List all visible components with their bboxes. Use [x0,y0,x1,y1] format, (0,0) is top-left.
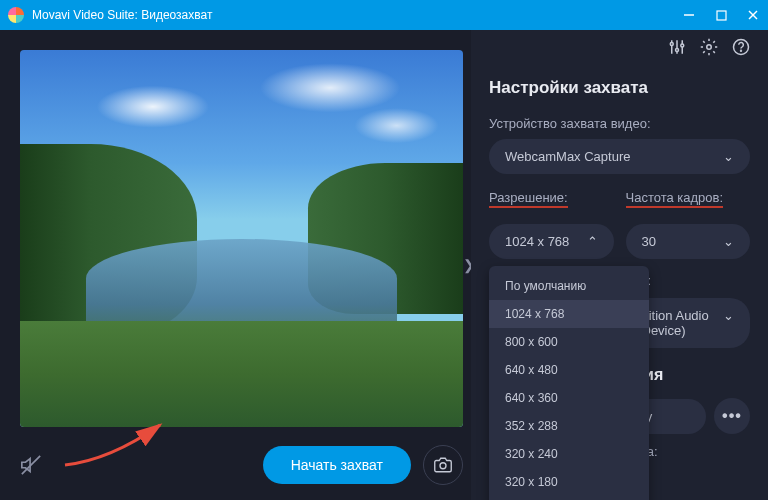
app-icon [8,7,24,23]
video-preview [20,50,463,427]
svg-point-9 [670,43,673,46]
device-select[interactable]: WebcamMax Capture ⌄ [489,139,750,174]
resolution-option[interactable]: По умолчанию [489,272,649,300]
help-icon[interactable] [732,38,750,56]
fps-label: Частота кадров: [626,190,724,208]
snapshot-button[interactable] [423,445,463,485]
svg-point-12 [707,45,712,50]
browse-button[interactable]: ••• [714,398,750,434]
resolution-option[interactable]: 800 x 600 [489,328,649,356]
titlebar: Movavi Video Suite: Видеозахват [0,0,768,30]
preview-area: ❯ Начать захват [0,30,471,500]
settings-panel: Настройки захвата Устройство захвата вид… [471,30,768,500]
svg-point-10 [676,49,679,52]
resolution-option[interactable]: 176 x 114 [489,496,649,500]
resolution-value: 1024 x 768 [505,234,569,249]
svg-line-4 [22,456,40,474]
resolution-select[interactable]: 1024 x 768 ⌃ [489,224,614,259]
device-label: Устройство захвата видео: [489,116,750,131]
svg-rect-1 [717,11,726,20]
resolution-option[interactable]: 320 x 180 [489,468,649,496]
chevron-up-icon: ⌃ [587,234,598,249]
resolution-option[interactable]: 320 x 240 [489,440,649,468]
chevron-down-icon: ⌄ [723,149,734,164]
resolution-option[interactable]: 640 x 480 [489,356,649,384]
mute-icon[interactable] [20,454,42,476]
settings-title: Настройки захвата [489,78,750,98]
resolution-option[interactable]: 640 x 360 [489,384,649,412]
resolution-option[interactable]: 1024 x 768 [489,300,649,328]
chevron-down-icon: ⌄ [723,234,734,249]
resolution-label: Разрешение: [489,190,568,208]
svg-point-11 [681,44,684,47]
fps-value: 30 [642,234,656,249]
start-capture-button[interactable]: Начать захват [263,446,411,484]
chevron-down-icon: ⌄ [723,308,734,338]
equalizer-icon[interactable] [668,38,686,56]
fps-select[interactable]: 30 ⌄ [626,224,751,259]
gear-icon[interactable] [700,38,718,56]
svg-point-14 [741,50,742,51]
minimize-button[interactable] [682,8,696,22]
resolution-dropdown: По умолчанию 1024 x 768 800 x 600 640 x … [489,266,649,500]
device-value: WebcamMax Capture [505,149,630,164]
window-title: Movavi Video Suite: Видеозахват [32,8,682,22]
resolution-option[interactable]: 352 x 288 [489,412,649,440]
svg-point-5 [440,463,446,469]
close-button[interactable] [746,8,760,22]
maximize-button[interactable] [714,8,728,22]
